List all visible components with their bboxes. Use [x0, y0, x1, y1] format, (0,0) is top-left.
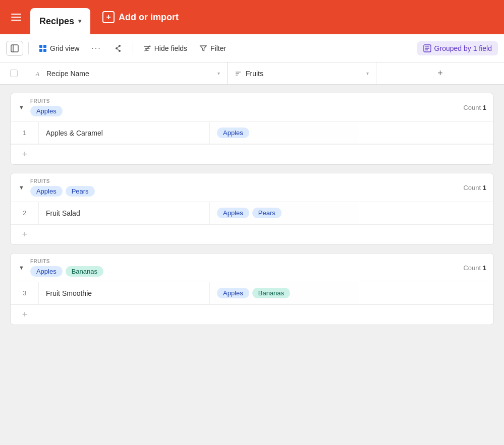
- table-row: 2 Fruit Salad Apples Pears: [11, 202, 493, 224]
- tag-apples-2: Apples: [30, 186, 63, 197]
- row-tag-apples-3: Apples: [217, 288, 249, 298]
- svg-line-10: [117, 49, 119, 50]
- row-tag-apples: Apples: [217, 128, 249, 138]
- svg-line-9: [117, 46, 119, 48]
- group-card-apples-bananas: ▼ FRUITS Apples Bananas Count 1 3 Fruit …: [10, 253, 494, 325]
- group-apples-pears-tags: Apples Pears: [30, 186, 95, 197]
- filter-icon: [199, 44, 207, 52]
- hide-fields-label: Hide fields: [154, 44, 187, 52]
- group-apples-bananas-label: FRUITS: [30, 259, 103, 264]
- add-row-button-3[interactable]: +: [11, 309, 39, 320]
- svg-rect-3: [43, 45, 46, 48]
- svg-rect-5: [43, 49, 46, 52]
- group-card-apples-pears: ▼ FRUITS Apples Pears Count 1 2 Fruit Sa…: [10, 173, 494, 245]
- name-col-label: Recipe Name: [46, 70, 89, 78]
- filter-label: Filter: [210, 44, 226, 52]
- group-apples-content: FRUITS Apples: [30, 98, 63, 116]
- grid-view-label: Grid view: [50, 44, 79, 52]
- add-row-button-1[interactable]: +: [11, 149, 39, 160]
- grouped-button[interactable]: Grouped by 1 field: [417, 41, 498, 55]
- header-fruits-col: Fruits ▾: [228, 62, 376, 84]
- table-row: 3 Fruit Smoothie Apples Bananas: [11, 282, 493, 304]
- toolbar: Grid view ··· Hide fields Filter: [0, 34, 504, 62]
- more-options-button[interactable]: ···: [86, 41, 106, 56]
- add-field-button[interactable]: +: [376, 62, 504, 84]
- tag-bananas: Bananas: [66, 266, 103, 277]
- row-name-2[interactable]: Fruit Salad: [39, 202, 210, 224]
- group-apples-pears-label: FRUITS: [30, 178, 95, 184]
- row-number-2: 2: [11, 202, 39, 224]
- filter-button[interactable]: Filter: [194, 41, 231, 55]
- toolbar-divider-2: [133, 42, 133, 54]
- row-fruits-3: Apples Bananas: [210, 282, 359, 304]
- add-import-label: Add or import: [119, 12, 179, 23]
- group-collapse-apples-pears[interactable]: ▼: [18, 183, 25, 192]
- group-apples-bananas-content: FRUITS Apples Bananas: [30, 259, 103, 277]
- sidebar-toggle-button[interactable]: [6, 41, 23, 56]
- group-header-apples: ▼ FRUITS Apples Count 1: [11, 93, 493, 122]
- tab-chevron-icon: ▾: [78, 18, 81, 25]
- row-tag-pears: Pears: [252, 208, 282, 218]
- add-row-3: +: [11, 304, 493, 325]
- hide-fields-icon: [143, 44, 151, 52]
- table-row: 1 Apples & Caramel Apples: [11, 122, 493, 144]
- header-name-col: A Recipe Name ▾: [28, 62, 228, 84]
- grouped-icon: [423, 44, 431, 52]
- add-import-button[interactable]: + Add or import: [96, 7, 185, 27]
- row-number-1: 1: [11, 122, 39, 144]
- group-collapse-apples[interactable]: ▼: [18, 103, 25, 111]
- hamburger-menu[interactable]: [8, 11, 24, 24]
- more-options-icon: ···: [91, 44, 101, 53]
- main-content: ▼ FRUITS Apples Count 1 1 Apples & Caram…: [0, 85, 504, 445]
- hide-fields-button[interactable]: Hide fields: [138, 41, 192, 55]
- add-row-button-2[interactable]: +: [11, 229, 39, 240]
- row-tag-apples-2: Apples: [217, 208, 249, 218]
- group-card-apples: ▼ FRUITS Apples Count 1 1 Apples & Caram…: [10, 93, 494, 165]
- add-icon: +: [102, 11, 115, 23]
- svg-text:A: A: [35, 71, 39, 77]
- add-field-icon: +: [437, 68, 443, 79]
- tag-apples-3: Apples: [30, 266, 63, 277]
- group-collapse-apples-bananas[interactable]: ▼: [18, 264, 25, 272]
- svg-rect-4: [39, 49, 42, 52]
- row-fruits-1: Apples: [210, 122, 359, 144]
- group-apples-tags: Apples: [30, 106, 63, 116]
- select-all-checkbox[interactable]: [10, 70, 18, 77]
- share-icon: [114, 44, 123, 53]
- top-bar: Recipes ▾ + Add or import: [0, 0, 504, 34]
- group-header-apples-pears: ▼ FRUITS Apples Pears Count 1: [11, 173, 493, 202]
- group-apples-bananas-tags: Apples Bananas: [30, 266, 103, 277]
- row-tag-bananas: Bananas: [252, 288, 290, 298]
- tag-pears-1: Pears: [66, 186, 95, 197]
- group-header-apples-bananas: ▼ FRUITS Apples Bananas Count 1: [11, 253, 493, 282]
- row-name-3[interactable]: Fruit Smoothie: [39, 282, 210, 304]
- grouped-label: Grouped by 1 field: [434, 44, 492, 52]
- row-name-1[interactable]: Apples & Caramel: [39, 122, 210, 144]
- share-button[interactable]: [108, 41, 128, 56]
- group-apples-count: Count 1: [463, 104, 486, 111]
- toolbar-divider-1: [28, 42, 29, 54]
- tag-apples-1: Apples: [30, 106, 63, 116]
- svg-rect-0: [11, 45, 18, 52]
- table-header: A Recipe Name ▾ Fruits ▾ +: [0, 62, 504, 85]
- recipes-tab[interactable]: Recipes ▾: [30, 8, 90, 34]
- name-col-chevron: ▾: [217, 71, 220, 76]
- fruits-col-label: Fruits: [246, 70, 263, 78]
- row-fruits-2: Apples Pears: [210, 202, 359, 224]
- group-apples-pears-content: FRUITS Apples Pears: [30, 178, 95, 197]
- grid-view-button[interactable]: Grid view: [34, 41, 84, 55]
- fruits-col-chevron: ▾: [366, 71, 369, 76]
- group-apples-bananas-count: Count 1: [463, 264, 486, 272]
- svg-rect-2: [39, 45, 42, 48]
- sort-icon: [235, 70, 242, 77]
- group-apples-label: FRUITS: [30, 98, 63, 104]
- group-apples-pears-count: Count 1: [463, 184, 486, 192]
- header-checkbox-col[interactable]: [0, 62, 28, 84]
- add-row-1: +: [11, 144, 493, 164]
- grid-view-icon: [39, 44, 47, 52]
- add-row-2: +: [11, 224, 493, 244]
- sidebar-icon: [11, 44, 19, 52]
- tab-title: Recipes: [39, 16, 74, 27]
- row-number-3: 3: [11, 282, 39, 304]
- text-field-icon: A: [35, 70, 42, 77]
